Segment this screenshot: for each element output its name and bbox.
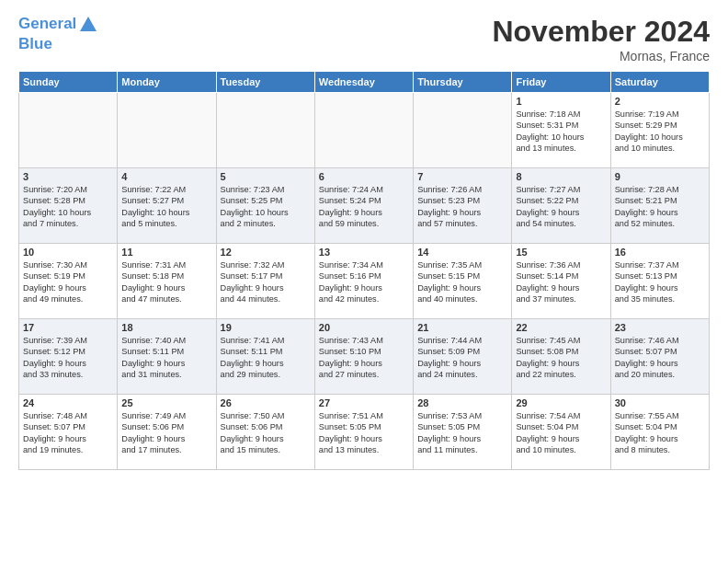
col-tuesday: Tuesday xyxy=(216,72,314,93)
day-info: Sunrise: 7:46 AM Sunset: 5:07 PM Dayligh… xyxy=(615,335,705,381)
calendar-cell: 26Sunrise: 7:50 AM Sunset: 5:06 PM Dayli… xyxy=(216,395,314,470)
col-thursday: Thursday xyxy=(414,72,512,93)
day-info: Sunrise: 7:23 AM Sunset: 5:25 PM Dayligh… xyxy=(221,184,311,230)
week-row-5: 24Sunrise: 7:48 AM Sunset: 5:07 PM Dayli… xyxy=(19,395,710,470)
day-info: Sunrise: 7:24 AM Sunset: 5:24 PM Dayligh… xyxy=(319,184,409,230)
calendar-cell: 18Sunrise: 7:40 AM Sunset: 5:11 PM Dayli… xyxy=(118,319,216,395)
logo-subtext: Blue xyxy=(18,35,98,53)
calendar-cell: 24Sunrise: 7:48 AM Sunset: 5:07 PM Dayli… xyxy=(19,395,118,470)
day-info: Sunrise: 7:51 AM Sunset: 5:05 PM Dayligh… xyxy=(319,410,409,456)
calendar-cell: 21Sunrise: 7:44 AM Sunset: 5:09 PM Dayli… xyxy=(414,319,512,395)
day-number: 24 xyxy=(23,397,113,408)
day-number: 22 xyxy=(516,322,606,333)
day-number: 17 xyxy=(23,322,113,333)
calendar-cell: 11Sunrise: 7:31 AM Sunset: 5:18 PM Dayli… xyxy=(118,244,216,319)
calendar-cell: 2Sunrise: 7:19 AM Sunset: 5:29 PM Daylig… xyxy=(610,93,709,168)
day-info: Sunrise: 7:53 AM Sunset: 5:05 PM Dayligh… xyxy=(417,410,507,456)
calendar-cell: 12Sunrise: 7:32 AM Sunset: 5:17 PM Dayli… xyxy=(216,244,314,319)
day-info: Sunrise: 7:31 AM Sunset: 5:18 PM Dayligh… xyxy=(121,259,211,305)
day-number: 28 xyxy=(417,397,507,408)
day-number: 21 xyxy=(417,322,507,333)
title-block: November 2024 Mornas, France xyxy=(492,15,710,63)
day-info: Sunrise: 7:36 AM Sunset: 5:14 PM Dayligh… xyxy=(516,259,606,305)
calendar-cell: 20Sunrise: 7:43 AM Sunset: 5:10 PM Dayli… xyxy=(314,319,413,395)
day-number: 18 xyxy=(121,322,211,333)
day-info: Sunrise: 7:55 AM Sunset: 5:04 PM Dayligh… xyxy=(615,410,705,456)
day-info: Sunrise: 7:44 AM Sunset: 5:09 PM Dayligh… xyxy=(417,335,507,381)
day-number: 7 xyxy=(417,171,507,182)
calendar-cell: 25Sunrise: 7:49 AM Sunset: 5:06 PM Dayli… xyxy=(118,395,216,470)
calendar-cell xyxy=(216,93,314,168)
day-number: 3 xyxy=(23,171,113,182)
day-number: 11 xyxy=(121,247,211,258)
calendar-header-row: Sunday Monday Tuesday Wednesday Thursday… xyxy=(19,72,710,93)
calendar-cell: 9Sunrise: 7:28 AM Sunset: 5:21 PM Daylig… xyxy=(610,168,709,244)
day-number: 29 xyxy=(516,397,606,408)
day-number: 19 xyxy=(221,322,311,333)
week-row-2: 3Sunrise: 7:20 AM Sunset: 5:28 PM Daylig… xyxy=(19,168,710,244)
day-number: 23 xyxy=(615,322,705,333)
calendar-cell: 14Sunrise: 7:35 AM Sunset: 5:15 PM Dayli… xyxy=(414,244,512,319)
calendar-cell: 30Sunrise: 7:55 AM Sunset: 5:04 PM Dayli… xyxy=(610,395,709,470)
calendar-cell xyxy=(414,93,512,168)
svg-marker-0 xyxy=(80,17,97,31)
calendar-cell: 3Sunrise: 7:20 AM Sunset: 5:28 PM Daylig… xyxy=(19,168,118,244)
month-title: November 2024 xyxy=(492,15,710,49)
calendar-cell: 29Sunrise: 7:54 AM Sunset: 5:04 PM Dayli… xyxy=(512,395,610,470)
calendar-cell: 15Sunrise: 7:36 AM Sunset: 5:14 PM Dayli… xyxy=(512,244,610,319)
day-info: Sunrise: 7:40 AM Sunset: 5:11 PM Dayligh… xyxy=(121,335,211,381)
day-info: Sunrise: 7:45 AM Sunset: 5:08 PM Dayligh… xyxy=(516,335,606,381)
day-info: Sunrise: 7:49 AM Sunset: 5:06 PM Dayligh… xyxy=(121,410,211,456)
day-info: Sunrise: 7:20 AM Sunset: 5:28 PM Dayligh… xyxy=(23,184,113,230)
day-info: Sunrise: 7:22 AM Sunset: 5:27 PM Dayligh… xyxy=(121,184,211,230)
calendar-cell: 13Sunrise: 7:34 AM Sunset: 5:16 PM Dayli… xyxy=(314,244,413,319)
calendar-cell: 22Sunrise: 7:45 AM Sunset: 5:08 PM Dayli… xyxy=(512,319,610,395)
calendar-cell xyxy=(314,93,413,168)
day-info: Sunrise: 7:30 AM Sunset: 5:19 PM Dayligh… xyxy=(23,259,113,305)
day-number: 4 xyxy=(121,171,211,182)
day-number: 25 xyxy=(121,397,211,408)
logo: General Blue xyxy=(18,15,98,53)
logo-text: General xyxy=(18,15,98,35)
calendar-cell: 27Sunrise: 7:51 AM Sunset: 5:05 PM Dayli… xyxy=(314,395,413,470)
calendar-cell: 17Sunrise: 7:39 AM Sunset: 5:12 PM Dayli… xyxy=(19,319,118,395)
day-info: Sunrise: 7:43 AM Sunset: 5:10 PM Dayligh… xyxy=(319,335,409,381)
day-info: Sunrise: 7:26 AM Sunset: 5:23 PM Dayligh… xyxy=(417,184,507,230)
calendar-table: Sunday Monday Tuesday Wednesday Thursday… xyxy=(18,71,710,470)
day-number: 14 xyxy=(417,247,507,258)
day-info: Sunrise: 7:19 AM Sunset: 5:29 PM Dayligh… xyxy=(615,109,705,155)
day-info: Sunrise: 7:48 AM Sunset: 5:07 PM Dayligh… xyxy=(23,410,113,456)
day-number: 30 xyxy=(615,397,705,408)
calendar-cell: 7Sunrise: 7:26 AM Sunset: 5:23 PM Daylig… xyxy=(414,168,512,244)
day-number: 15 xyxy=(516,247,606,258)
day-number: 6 xyxy=(319,171,409,182)
col-friday: Friday xyxy=(512,72,610,93)
day-number: 9 xyxy=(615,171,705,182)
week-row-3: 10Sunrise: 7:30 AM Sunset: 5:19 PM Dayli… xyxy=(19,244,710,319)
day-number: 2 xyxy=(615,96,705,107)
calendar-cell: 19Sunrise: 7:41 AM Sunset: 5:11 PM Dayli… xyxy=(216,319,314,395)
week-row-4: 17Sunrise: 7:39 AM Sunset: 5:12 PM Dayli… xyxy=(19,319,710,395)
calendar-cell: 28Sunrise: 7:53 AM Sunset: 5:05 PM Dayli… xyxy=(414,395,512,470)
calendar-cell: 5Sunrise: 7:23 AM Sunset: 5:25 PM Daylig… xyxy=(216,168,314,244)
day-info: Sunrise: 7:34 AM Sunset: 5:16 PM Dayligh… xyxy=(319,259,409,305)
day-number: 10 xyxy=(23,247,113,258)
day-number: 26 xyxy=(221,397,311,408)
day-info: Sunrise: 7:35 AM Sunset: 5:15 PM Dayligh… xyxy=(417,259,507,305)
header: General Blue November 2024 Mornas, Franc… xyxy=(18,15,710,63)
day-number: 20 xyxy=(319,322,409,333)
calendar-cell xyxy=(19,93,118,168)
week-row-1: 1Sunrise: 7:18 AM Sunset: 5:31 PM Daylig… xyxy=(19,93,710,168)
day-number: 1 xyxy=(516,96,606,107)
day-info: Sunrise: 7:32 AM Sunset: 5:17 PM Dayligh… xyxy=(221,259,311,305)
day-info: Sunrise: 7:27 AM Sunset: 5:22 PM Dayligh… xyxy=(516,184,606,230)
calendar-cell: 6Sunrise: 7:24 AM Sunset: 5:24 PM Daylig… xyxy=(314,168,413,244)
day-number: 16 xyxy=(615,247,705,258)
day-info: Sunrise: 7:50 AM Sunset: 5:06 PM Dayligh… xyxy=(221,410,311,456)
calendar-cell: 10Sunrise: 7:30 AM Sunset: 5:19 PM Dayli… xyxy=(19,244,118,319)
day-info: Sunrise: 7:18 AM Sunset: 5:31 PM Dayligh… xyxy=(516,109,606,155)
day-number: 13 xyxy=(319,247,409,258)
calendar-cell: 1Sunrise: 7:18 AM Sunset: 5:31 PM Daylig… xyxy=(512,93,610,168)
calendar-cell: 4Sunrise: 7:22 AM Sunset: 5:27 PM Daylig… xyxy=(118,168,216,244)
day-info: Sunrise: 7:41 AM Sunset: 5:11 PM Dayligh… xyxy=(221,335,311,381)
